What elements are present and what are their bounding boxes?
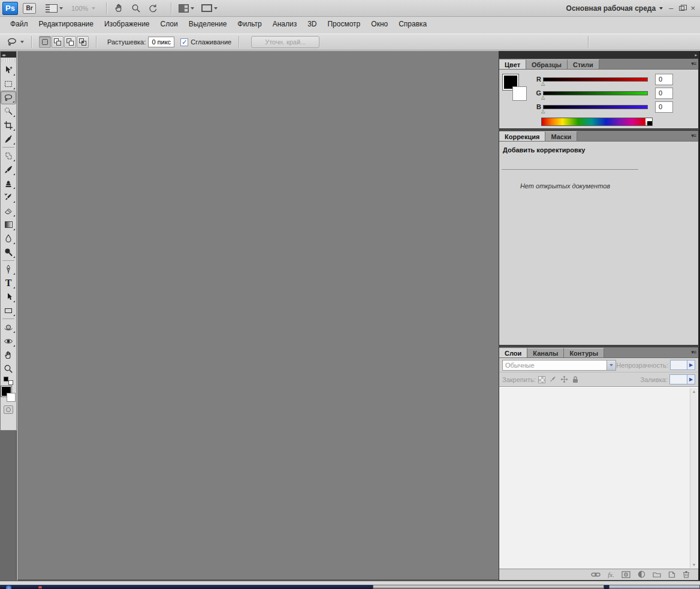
close-button[interactable]: × [690,4,695,13]
lock-position-icon[interactable] [560,375,568,383]
link-layers-icon[interactable] [591,572,601,578]
background-color-swatch[interactable] [512,86,527,101]
fill-input[interactable] [669,374,687,384]
menu-window[interactable]: Окно [366,19,393,29]
red-value-input[interactable]: 0 [655,74,673,85]
tab-masks[interactable]: Маски [545,131,577,141]
quick-mask-button[interactable] [4,405,13,414]
spectrum-gradient[interactable] [542,118,645,125]
adjustment-layer-icon[interactable] [638,570,645,578]
feather-input[interactable] [148,37,174,47]
taskbar-window-button[interactable] [373,585,604,589]
blue-value-input[interactable]: 0 [655,101,673,113]
add-layer-mask-icon[interactable] [621,571,630,578]
current-tool-preset[interactable] [4,35,26,49]
zoom-tool-button[interactable] [129,2,143,14]
lock-all-icon[interactable] [572,375,579,383]
layers-scrollbar[interactable]: ▲ ▼ [690,388,698,568]
arrange-documents-button[interactable] [176,2,197,14]
slider-thumb-icon[interactable]: △ [541,95,545,100]
menu-view[interactable]: Просмотр [322,19,366,29]
hand-tool-button[interactable] [111,2,126,14]
launch-bridge-button[interactable]: Br [23,3,36,14]
tool-path-selection[interactable] [1,290,16,303]
menu-image[interactable]: Изображение [99,19,155,29]
subtract-from-selection-button[interactable] [64,36,76,48]
delete-layer-icon[interactable] [683,570,690,578]
tool-spot-healing[interactable] [1,149,16,163]
tool-move[interactable] [1,63,16,77]
new-group-icon[interactable] [653,571,661,578]
photoshop-logo-icon[interactable]: Ps [2,2,18,15]
tool-pen[interactable] [1,262,16,276]
spectrum-bw-swatches[interactable] [645,118,652,125]
tool-eraser[interactable] [1,204,16,218]
tab-adjustments[interactable]: Коррекция [499,131,545,141]
menu-help[interactable]: Справка [393,19,432,29]
taskbar-window-button[interactable] [609,585,700,589]
panel-menu-icon[interactable]: ▾≡ [691,133,696,139]
tool-brush[interactable] [1,163,16,176]
tool-hand[interactable] [1,348,16,362]
menu-3d[interactable]: 3D [302,19,322,29]
antialias-checkbox[interactable]: ✓ [180,38,188,46]
new-layer-icon[interactable] [668,571,675,578]
start-button-icon[interactable] [6,585,11,589]
default-swap-colors-control[interactable] [4,377,13,385]
tool-history-brush[interactable] [1,190,16,204]
lock-transparency-icon[interactable] [538,376,545,383]
slider-thumb-icon[interactable]: △ [541,81,545,86]
green-slider[interactable]: △ [543,91,648,95]
tool-gradient[interactable] [1,218,16,232]
tool-eyedropper[interactable] [1,132,16,146]
workspace-switcher[interactable]: Основная рабочая среда [566,4,663,13]
add-to-selection-button[interactable] [52,36,64,48]
tool-3d-orbit[interactable] [1,334,16,348]
zoom-level-value[interactable]: 100% [71,5,88,12]
tool-rectangular-marquee[interactable] [1,77,16,91]
layer-style-icon[interactable]: fx. [608,571,614,578]
tool-type[interactable]: T [1,276,16,290]
view-extras-button[interactable] [43,2,65,14]
panel-menu-icon[interactable]: ▾≡ [691,61,696,67]
tools-panel-header[interactable]: ◂▸ [1,52,16,58]
fill-slider-button[interactable]: ▶ [687,374,695,384]
scroll-up-icon[interactable]: ▲ [692,389,696,393]
rotate-view-button[interactable] [146,2,160,14]
tool-zoom[interactable] [1,362,16,375]
red-slider[interactable]: △ [543,77,648,82]
restore-button[interactable] [679,6,684,11]
blue-slider[interactable]: △ [543,105,648,109]
dock-header[interactable]: ▸ [499,51,699,58]
tool-shape[interactable] [1,303,16,317]
tool-crop[interactable] [1,118,16,132]
intersect-selection-button[interactable] [77,36,89,48]
tab-channels[interactable]: Каналы [527,348,564,357]
scroll-down-icon[interactable]: ▼ [692,563,696,567]
opacity-slider-button[interactable]: ▶ [687,360,695,370]
lock-pixels-icon[interactable] [549,375,557,383]
tab-swatches[interactable]: Образцы [526,59,568,69]
slider-thumb-icon[interactable]: △ [541,109,545,114]
menu-layers[interactable]: Слои [155,19,183,29]
minimize-button[interactable]: – [669,4,673,13]
tab-paths[interactable]: Контуры [564,348,604,357]
layers-list[interactable]: ▲ ▼ [499,387,698,569]
opacity-input[interactable] [670,360,687,370]
taskbar-app-icon[interactable] [38,586,42,588]
panel-grip[interactable] [2,58,15,62]
blend-mode-dropdown-button[interactable] [607,360,617,371]
new-selection-button[interactable] [39,36,51,48]
tab-layers[interactable]: Слои [499,348,527,357]
foreground-background-swatches[interactable] [1,386,16,402]
green-value-input[interactable]: 0 [655,88,673,99]
menu-select[interactable]: Выделение [183,19,233,29]
refine-edge-button[interactable]: Уточн. край... [251,36,319,48]
tool-lasso[interactable] [1,91,16,104]
tool-clone-stamp[interactable] [1,176,16,190]
menu-analysis[interactable]: Анализ [267,19,303,29]
panel-menu-icon[interactable]: ▾≡ [691,349,696,355]
canvas-area[interactable] [17,51,499,581]
screen-mode-button[interactable] [199,2,220,14]
menu-edit[interactable]: Редактирование [34,19,99,29]
